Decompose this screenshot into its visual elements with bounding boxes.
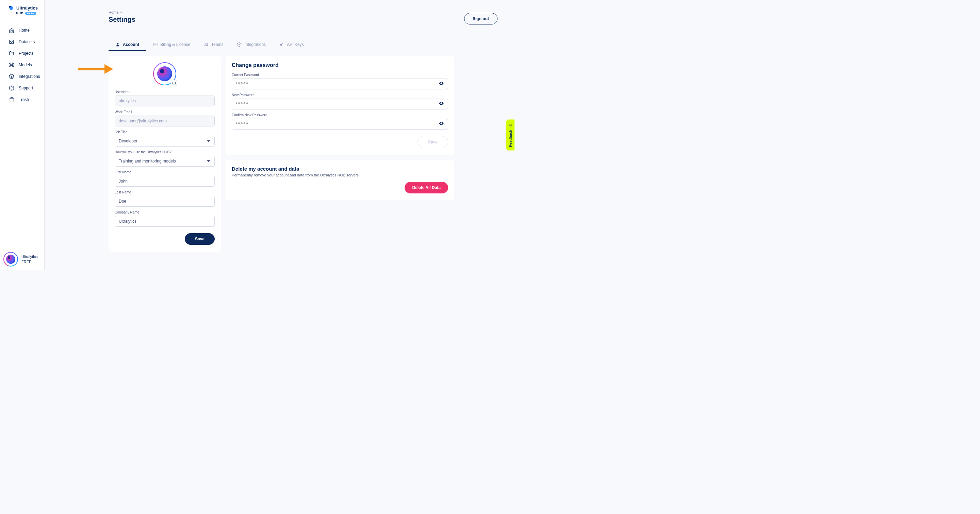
- key-icon: [279, 42, 284, 47]
- username-input[interactable]: [115, 95, 215, 106]
- sidebar-item-support[interactable]: Support: [0, 82, 44, 94]
- svg-point-5: [11, 89, 12, 89]
- page-title: Settings: [108, 16, 135, 24]
- svg-point-10: [207, 43, 208, 44]
- eye-icon[interactable]: [439, 81, 444, 87]
- topbar: Home > Settings Sign out: [45, 0, 514, 28]
- help-icon: [9, 85, 14, 91]
- svg-marker-11: [237, 43, 242, 44]
- eye-icon[interactable]: [439, 101, 444, 108]
- tab-account[interactable]: Account: [108, 39, 146, 51]
- breadcrumb: Home >: [108, 10, 135, 14]
- job-select[interactable]: Developer: [115, 136, 215, 146]
- user-plan: FREE: [21, 259, 38, 265]
- people-icon: [204, 42, 208, 47]
- username-label: Username: [115, 90, 215, 94]
- new-password-input[interactable]: [232, 98, 448, 109]
- tab-integrations[interactable]: Integrations: [230, 39, 272, 51]
- content: Username Work Email Job Title Developer …: [45, 51, 514, 263]
- tab-label: Integrations: [244, 42, 266, 47]
- confirm-password-input[interactable]: [232, 119, 448, 130]
- profile-card: Username Work Email Job Title Developer …: [108, 56, 221, 252]
- password-save-button[interactable]: Save: [417, 136, 448, 148]
- breadcrumb-home[interactable]: Home: [108, 10, 118, 14]
- profile-avatar[interactable]: [153, 62, 176, 85]
- tab-apikeys[interactable]: API Keys: [272, 39, 310, 51]
- delete-card: Delete my account and data Permanently r…: [226, 160, 454, 200]
- image-icon: [9, 39, 14, 44]
- user-footer[interactable]: Ultralytics FREE: [3, 252, 38, 267]
- svg-point-2: [11, 41, 11, 41]
- sidebar-item-trash[interactable]: Trash: [0, 94, 44, 105]
- main: Home > Settings Sign out Account Billing…: [45, 0, 514, 270]
- company-input[interactable]: [115, 216, 215, 227]
- svg-point-6: [117, 43, 119, 44]
- eye-icon[interactable]: [439, 121, 444, 127]
- sidebar-item-integrations[interactable]: Integrations: [0, 71, 44, 82]
- email-label: Work Email: [115, 110, 215, 114]
- firstname-input[interactable]: [115, 176, 215, 187]
- current-password-input[interactable]: [232, 79, 448, 89]
- sidebar-item-label: Support: [19, 86, 33, 90]
- tab-billing[interactable]: Billing & License: [146, 39, 197, 51]
- sidebar-item-label: Home: [19, 28, 30, 33]
- company-label: Company Name: [115, 210, 215, 214]
- command-icon: [9, 62, 14, 68]
- logo-mark-icon: [8, 5, 14, 11]
- firstname-label: First Name: [115, 170, 215, 174]
- sidebar-item-label: Projects: [19, 51, 33, 56]
- tab-label: API Keys: [287, 42, 304, 47]
- logo[interactable]: Ultralytics: [8, 5, 40, 11]
- card-icon: [153, 42, 158, 47]
- home-icon: [9, 27, 14, 33]
- current-password-label: Current Password: [232, 73, 448, 77]
- arrow-annotation: [78, 64, 115, 74]
- avatar: [3, 252, 18, 267]
- confirm-password-label: Confirm New Password: [232, 113, 448, 117]
- lastname-label: Last Name: [115, 190, 215, 194]
- delete-all-button[interactable]: Delete All Data: [404, 182, 448, 194]
- tab-teams[interactable]: Teams: [197, 39, 230, 51]
- upload-avatar-button[interactable]: [171, 80, 177, 86]
- person-icon: [115, 42, 120, 47]
- usage-label: How will you use the Ultralytics HUB?: [115, 150, 215, 154]
- svg-rect-7: [153, 43, 157, 46]
- svg-point-12: [280, 44, 282, 46]
- new-password-label: New Password: [232, 93, 448, 97]
- tab-label: Account: [123, 42, 139, 47]
- svg-point-14: [441, 83, 442, 84]
- brand-name: Ultralytics: [16, 5, 38, 11]
- delete-title: Delete my account and data: [232, 166, 448, 172]
- svg-point-16: [441, 123, 442, 124]
- beta-badge: BETA: [25, 12, 37, 15]
- tabs: Account Billing & License Teams Integrat…: [45, 28, 514, 51]
- sidebar-item-home[interactable]: Home: [0, 24, 44, 36]
- feedback-tab[interactable]: Feedback ☺: [506, 120, 514, 151]
- layers-icon: [9, 74, 14, 79]
- profile-save-button[interactable]: Save: [185, 233, 215, 245]
- sidebar-item-models[interactable]: Models: [0, 59, 44, 71]
- email-input[interactable]: [115, 116, 215, 127]
- user-meta: Ultralytics FREE: [21, 254, 38, 265]
- user-name: Ultralytics: [21, 254, 38, 259]
- usage-select[interactable]: Training and monitoring models: [115, 156, 215, 167]
- logo-area: Ultralytics HUB BETA: [0, 0, 44, 18]
- sidebar-item-projects[interactable]: Projects: [0, 48, 44, 59]
- sidebar-item-label: Models: [19, 63, 32, 67]
- sidebar: Ultralytics HUB BETA Home Datasets Proje…: [0, 0, 45, 270]
- breadcrumb-sep: >: [119, 10, 121, 14]
- delete-sub: Permanently remove your account and data…: [232, 173, 448, 177]
- smile-icon: ☺: [508, 123, 513, 128]
- lastname-input[interactable]: [115, 196, 215, 207]
- sidebar-item-label: Integrations: [19, 74, 40, 79]
- tab-label: Teams: [211, 42, 223, 47]
- svg-point-15: [441, 103, 442, 104]
- sidebar-item-label: Trash: [19, 97, 29, 102]
- svg-point-9: [205, 43, 207, 44]
- sidebar-item-datasets[interactable]: Datasets: [0, 36, 44, 48]
- brand-sub: HUB: [16, 11, 24, 15]
- tab-label: Billing & License: [160, 42, 190, 47]
- nav: Home Datasets Projects Models Integratio…: [0, 24, 44, 105]
- folder-icon: [9, 51, 14, 56]
- signout-button[interactable]: Sign out: [464, 13, 498, 24]
